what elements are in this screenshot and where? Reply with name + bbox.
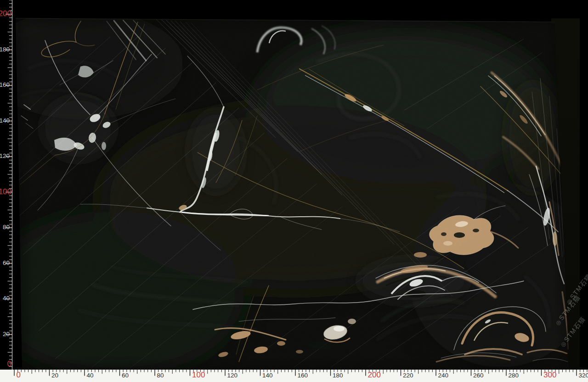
- h-ruler-label-60: 60: [122, 372, 129, 379]
- v-ruler-label-60: 60: [3, 260, 10, 266]
- h-ruler-label-20: 20: [51, 372, 58, 379]
- marble-texture: [0, 0, 588, 382]
- h-ruler-label-280: 280: [509, 372, 519, 379]
- v-ruler-label-20: 20: [3, 331, 10, 337]
- h-ruler-label-300: 300: [543, 371, 556, 379]
- h-ruler-label-0: 0: [17, 371, 21, 379]
- h-ruler-label-40: 40: [87, 372, 94, 379]
- h-ruler-label-260: 260: [473, 372, 484, 379]
- v-ruler-label-40: 40: [3, 295, 10, 302]
- h-ruler-label-80: 80: [157, 372, 164, 379]
- slab-photo: [0, 0, 588, 382]
- h-ruler-label-160: 160: [298, 372, 308, 379]
- v-ruler-label-100: 100: [0, 188, 11, 196]
- v-ruler-label-0: 0: [7, 360, 11, 368]
- v-ruler-label-140: 140: [0, 118, 10, 124]
- v-ruler-label-160: 160: [0, 82, 10, 88]
- h-ruler-label-200: 200: [368, 371, 381, 379]
- h-ruler-label-120: 120: [227, 372, 238, 379]
- slab-scan-viewer: 020406080100120140160180200 020406080100…: [0, 0, 588, 382]
- v-ruler-label-120: 120: [0, 153, 10, 159]
- v-ruler-label-180: 180: [0, 46, 10, 53]
- h-ruler-label-220: 220: [403, 372, 413, 379]
- h-ruler-label-240: 240: [438, 372, 449, 379]
- h-ruler-label-140: 140: [262, 372, 273, 379]
- horizontal-ruler: 0204060801001201401601802002202402602803…: [0, 370, 588, 382]
- vertical-ruler-ticks: [0, 0, 13, 370]
- h-ruler-label-320: 320: [579, 372, 588, 379]
- vertical-ruler: 020406080100120140160180200: [0, 0, 13, 370]
- v-ruler-label-80: 80: [3, 224, 10, 230]
- h-ruler-label-180: 180: [333, 372, 343, 379]
- h-ruler-label-100: 100: [192, 371, 205, 379]
- v-ruler-label-200: 200: [0, 10, 11, 17]
